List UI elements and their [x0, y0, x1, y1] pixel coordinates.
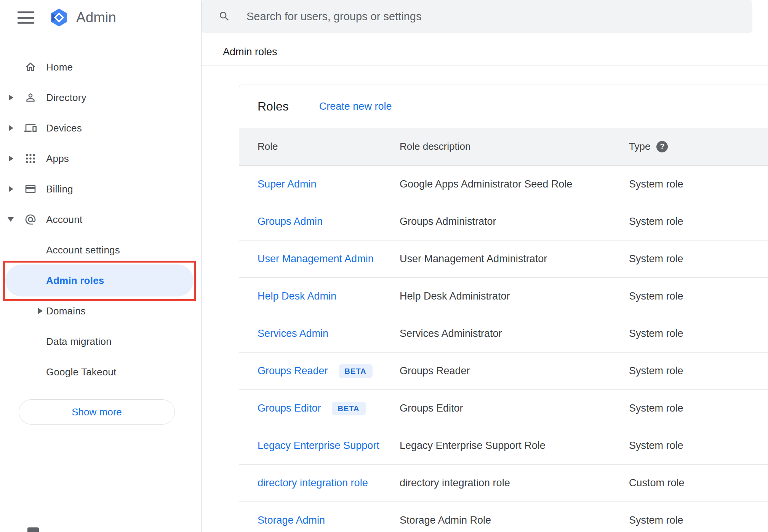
role-description: directory integration role — [400, 477, 629, 489]
table-header-row: Role Role description Type ? — [239, 128, 768, 165]
at-sign-icon — [24, 213, 37, 226]
search-input[interactable] — [246, 10, 752, 23]
sidebar-item-directory[interactable]: Directory — [0, 82, 201, 113]
show-more-button[interactable]: Show more — [19, 399, 175, 425]
sidebar-item-data-migration[interactable]: Data migration — [0, 326, 201, 357]
role-link[interactable]: Groups Reader — [258, 365, 328, 377]
menu-icon[interactable] — [18, 11, 34, 24]
role-link[interactable]: Services Admin — [258, 328, 328, 340]
main-content: Admin roles Roles Create new role Role R… — [202, 0, 768, 532]
breadcrumb: Admin roles — [223, 46, 277, 58]
column-header-role: Role — [258, 141, 400, 152]
sidebar-item-domains[interactable]: Domains — [0, 296, 201, 326]
table-row: Groups Admin Groups Administrator System… — [239, 203, 768, 240]
sidebar-item-label: Account — [46, 214, 82, 226]
sidebar-item-label: Home — [46, 61, 73, 73]
beta-badge: BETA — [332, 402, 366, 415]
sidebar-item-billing[interactable]: Billing — [0, 174, 201, 204]
partially-visible-icon — [27, 527, 39, 532]
role-link[interactable]: Help Desk Admin — [258, 290, 336, 302]
role-type: System role — [629, 178, 768, 190]
sidebar: Admin Home Directory Devices — [0, 0, 202, 532]
role-description: Legacy Enterprise Support Role — [400, 440, 629, 452]
role-link[interactable]: Super Admin — [258, 178, 317, 190]
role-description: Storage Admin Role — [400, 514, 629, 526]
search-icon[interactable] — [218, 10, 230, 22]
sidebar-item-label: Admin roles — [46, 275, 104, 287]
page-title: Roles — [258, 99, 289, 114]
admin-logo-icon[interactable] — [49, 7, 69, 28]
apps-grid-icon — [24, 152, 37, 165]
role-link[interactable]: Groups Editor — [258, 402, 321, 414]
role-description: Groups Reader — [400, 365, 629, 377]
table-row: Storage Admin Storage Admin Role System … — [239, 502, 768, 532]
role-type: System role — [629, 514, 768, 526]
role-description: Help Desk Administrator — [400, 290, 629, 302]
sidebar-item-label: Devices — [46, 122, 82, 134]
role-type: System role — [629, 216, 768, 228]
chevron-right-icon — [9, 155, 13, 162]
sidebar-header: Admin — [0, 0, 116, 35]
sidebar-item-label: Google Takeout — [46, 366, 116, 378]
sidebar-nav: Home Directory Devices — [0, 52, 201, 387]
roles-card: Roles Create new role Role Role descript… — [239, 85, 768, 532]
help-icon[interactable]: ? — [656, 141, 668, 152]
column-header-role-description: Role description — [400, 141, 629, 152]
app-title: Admin — [76, 10, 116, 26]
column-header-type-label: Type — [629, 141, 650, 152]
role-description: User Management Administrator — [400, 253, 629, 265]
table-row: Groups Reader BETA Groups Reader System … — [239, 352, 768, 389]
sidebar-item-label: Data migration — [46, 336, 112, 348]
role-description: Groups Editor — [400, 402, 629, 414]
table-row: User Management Admin User Management Ad… — [239, 240, 768, 277]
header-divider — [202, 66, 768, 66]
sidebar-item-label: Billing — [46, 183, 73, 195]
role-type: System role — [629, 290, 768, 302]
chevron-right-icon — [9, 125, 13, 131]
sidebar-item-apps[interactable]: Apps — [0, 143, 201, 174]
sidebar-item-admin-roles[interactable]: Admin roles — [0, 265, 201, 296]
devices-icon — [24, 122, 37, 134]
sidebar-item-label: Apps — [46, 153, 69, 165]
sidebar-item-label: Account settings — [46, 244, 120, 256]
chevron-right-icon — [9, 95, 13, 101]
table-row: Groups Editor BETA Groups Editor System … — [239, 389, 768, 427]
column-header-type: Type ? — [629, 141, 768, 152]
table-row: Legacy Enterprise Support Legacy Enterpr… — [239, 427, 768, 464]
chevron-right-icon — [9, 186, 13, 192]
role-type: System role — [629, 440, 768, 452]
table-row: Help Desk Admin Help Desk Administrator … — [239, 277, 768, 315]
role-type: System role — [629, 253, 768, 265]
role-link[interactable]: User Management Admin — [258, 253, 374, 265]
search-bar[interactable] — [202, 0, 752, 33]
role-description: Google Apps Administrator Seed Role — [400, 178, 629, 190]
billing-card-icon — [24, 183, 37, 195]
sidebar-item-home[interactable]: Home — [0, 52, 201, 82]
role-type: System role — [629, 402, 768, 414]
chevron-down-icon — [8, 217, 14, 222]
beta-badge: BETA — [339, 364, 373, 378]
role-type: System role — [629, 365, 768, 377]
role-type: System role — [629, 328, 768, 340]
sidebar-item-google-takeout[interactable]: Google Takeout — [0, 357, 201, 387]
sidebar-item-devices[interactable]: Devices — [0, 113, 201, 143]
table-row: Services Admin Services Administrator Sy… — [239, 315, 768, 352]
table-row: directory integration role directory int… — [239, 464, 768, 502]
home-icon — [24, 61, 37, 73]
role-link[interactable]: Groups Admin — [258, 216, 323, 228]
role-type: Custom role — [629, 477, 768, 489]
role-link[interactable]: Storage Admin — [258, 514, 325, 526]
sidebar-item-label: Domains — [46, 305, 86, 317]
sidebar-item-account[interactable]: Account — [0, 204, 201, 235]
roles-card-header: Roles Create new role — [239, 85, 768, 128]
person-icon — [24, 91, 37, 104]
chevron-right-icon — [38, 308, 43, 314]
sidebar-item-label: Directory — [46, 92, 86, 104]
role-link[interactable]: Legacy Enterprise Support — [258, 440, 379, 452]
create-new-role-link[interactable]: Create new role — [319, 101, 392, 112]
role-description: Groups Administrator — [400, 216, 629, 228]
table-row: Super Admin Google Apps Administrator Se… — [239, 165, 768, 203]
role-description: Services Administrator — [400, 328, 629, 340]
sidebar-item-account-settings[interactable]: Account settings — [0, 235, 201, 265]
role-link[interactable]: directory integration role — [258, 477, 368, 489]
